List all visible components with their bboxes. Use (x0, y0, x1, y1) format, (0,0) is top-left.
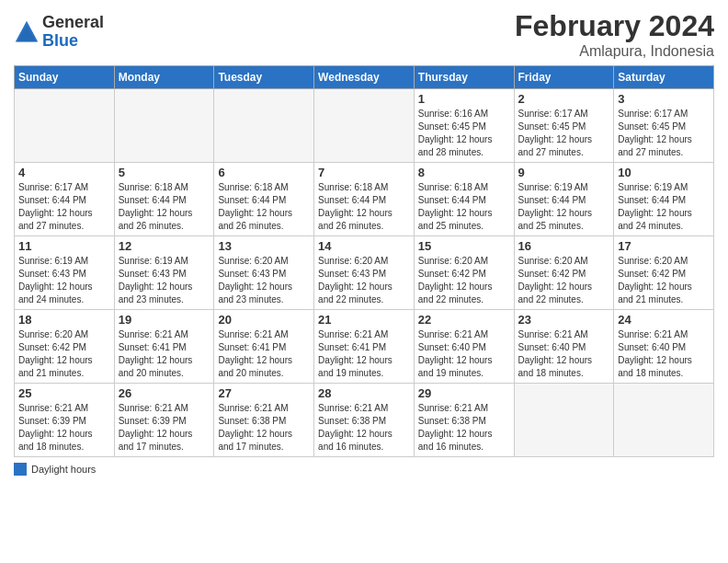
day-number: 13 (218, 239, 310, 253)
col-header-thursday: Thursday (414, 66, 514, 89)
logo: General Blue (14, 14, 104, 51)
calendar-cell: 6Sunrise: 6:18 AM Sunset: 6:44 PM Daylig… (214, 163, 314, 236)
day-number: 18 (18, 313, 110, 327)
calendar-cell (514, 384, 614, 457)
day-number: 6 (218, 166, 310, 179)
day-number: 28 (318, 386, 410, 400)
day-info: Sunrise: 6:21 AM Sunset: 6:38 PM Dayligh… (418, 402, 510, 454)
day-number: 4 (18, 166, 110, 179)
col-header-saturday: Saturday (614, 66, 714, 89)
day-number: 29 (418, 386, 510, 400)
day-number: 17 (618, 239, 710, 253)
logo-icon (14, 19, 40, 45)
calendar-cell: 18Sunrise: 6:20 AM Sunset: 6:42 PM Dayli… (15, 310, 115, 384)
day-info: Sunrise: 6:17 AM Sunset: 6:45 PM Dayligh… (618, 108, 710, 159)
day-number: 21 (318, 313, 410, 327)
day-info: Sunrise: 6:17 AM Sunset: 6:45 PM Dayligh… (518, 108, 610, 159)
calendar-cell: 14Sunrise: 6:20 AM Sunset: 6:43 PM Dayli… (314, 236, 415, 310)
col-header-wednesday: Wednesday (314, 66, 415, 89)
calendar-cell: 13Sunrise: 6:20 AM Sunset: 6:43 PM Dayli… (214, 236, 314, 310)
day-info: Sunrise: 6:19 AM Sunset: 6:43 PM Dayligh… (18, 255, 110, 306)
day-number: 11 (18, 239, 110, 253)
day-number: 15 (418, 239, 510, 253)
calendar-cell: 16Sunrise: 6:20 AM Sunset: 6:42 PM Dayli… (514, 236, 614, 310)
week-row-1: 4Sunrise: 6:17 AM Sunset: 6:44 PM Daylig… (15, 163, 714, 236)
day-number: 25 (18, 386, 110, 400)
calendar-table: SundayMondayTuesdayWednesdayThursdayFrid… (14, 65, 714, 457)
month-title: February 2024 (515, 9, 714, 43)
day-number: 2 (518, 92, 610, 106)
calendar-cell: 25Sunrise: 6:21 AM Sunset: 6:39 PM Dayli… (15, 384, 115, 457)
day-number: 24 (618, 313, 710, 327)
day-number: 16 (518, 239, 610, 253)
day-number: 12 (119, 239, 210, 253)
day-number: 7 (318, 166, 410, 179)
week-row-2: 11Sunrise: 6:19 AM Sunset: 6:43 PM Dayli… (15, 236, 714, 310)
day-number: 14 (318, 239, 410, 253)
day-info: Sunrise: 6:18 AM Sunset: 6:44 PM Dayligh… (418, 181, 510, 233)
day-info: Sunrise: 6:21 AM Sunset: 6:40 PM Dayligh… (618, 328, 710, 380)
day-number: 8 (418, 166, 510, 179)
day-info: Sunrise: 6:21 AM Sunset: 6:38 PM Dayligh… (318, 402, 410, 454)
day-number: 9 (518, 166, 610, 179)
calendar-cell: 10Sunrise: 6:19 AM Sunset: 6:44 PM Dayli… (614, 163, 714, 236)
calendar-cell: 12Sunrise: 6:19 AM Sunset: 6:43 PM Dayli… (114, 236, 214, 310)
day-info: Sunrise: 6:19 AM Sunset: 6:43 PM Dayligh… (119, 255, 210, 306)
calendar-cell: 24Sunrise: 6:21 AM Sunset: 6:40 PM Dayli… (614, 310, 714, 384)
calendar-cell: 11Sunrise: 6:19 AM Sunset: 6:43 PM Dayli… (15, 236, 115, 310)
calendar-cell (15, 89, 115, 163)
col-header-sunday: Sunday (15, 66, 115, 89)
week-row-3: 18Sunrise: 6:20 AM Sunset: 6:42 PM Dayli… (15, 310, 714, 384)
col-header-tuesday: Tuesday (214, 66, 314, 89)
day-info: Sunrise: 6:20 AM Sunset: 6:42 PM Dayligh… (18, 328, 110, 380)
location: Amlapura, Indonesia (515, 43, 714, 60)
day-info: Sunrise: 6:21 AM Sunset: 6:40 PM Dayligh… (418, 328, 510, 380)
calendar-cell: 3Sunrise: 6:17 AM Sunset: 6:45 PM Daylig… (614, 89, 714, 163)
day-info: Sunrise: 6:19 AM Sunset: 6:44 PM Dayligh… (518, 181, 610, 233)
calendar-cell (314, 89, 415, 163)
calendar-cell: 26Sunrise: 6:21 AM Sunset: 6:39 PM Dayli… (114, 384, 214, 457)
day-info: Sunrise: 6:21 AM Sunset: 6:39 PM Dayligh… (18, 402, 110, 454)
logo-general: General (42, 14, 104, 32)
calendar-cell (114, 89, 214, 163)
col-header-monday: Monday (114, 66, 214, 89)
calendar-cell: 20Sunrise: 6:21 AM Sunset: 6:41 PM Dayli… (214, 310, 314, 384)
calendar-cell: 9Sunrise: 6:19 AM Sunset: 6:44 PM Daylig… (514, 163, 614, 236)
week-row-4: 25Sunrise: 6:21 AM Sunset: 6:39 PM Dayli… (15, 384, 714, 457)
day-info: Sunrise: 6:21 AM Sunset: 6:38 PM Dayligh… (218, 402, 310, 454)
day-info: Sunrise: 6:18 AM Sunset: 6:44 PM Dayligh… (218, 181, 310, 233)
calendar-cell: 21Sunrise: 6:21 AM Sunset: 6:41 PM Dayli… (314, 310, 415, 384)
calendar-cell: 15Sunrise: 6:20 AM Sunset: 6:42 PM Dayli… (414, 236, 514, 310)
calendar-cell: 23Sunrise: 6:21 AM Sunset: 6:40 PM Dayli… (514, 310, 614, 384)
day-info: Sunrise: 6:20 AM Sunset: 6:43 PM Dayligh… (318, 255, 410, 306)
day-number: 20 (218, 313, 310, 327)
day-info: Sunrise: 6:18 AM Sunset: 6:44 PM Dayligh… (119, 181, 210, 233)
calendar-cell: 2Sunrise: 6:17 AM Sunset: 6:45 PM Daylig… (514, 89, 614, 163)
calendar-cell: 27Sunrise: 6:21 AM Sunset: 6:38 PM Dayli… (214, 384, 314, 457)
day-number: 22 (418, 313, 510, 327)
day-info: Sunrise: 6:20 AM Sunset: 6:42 PM Dayligh… (518, 255, 610, 306)
legend-box (14, 463, 27, 476)
calendar-cell (214, 89, 314, 163)
calendar-cell: 17Sunrise: 6:20 AM Sunset: 6:42 PM Dayli… (614, 236, 714, 310)
day-info: Sunrise: 6:19 AM Sunset: 6:44 PM Dayligh… (618, 181, 710, 233)
day-info: Sunrise: 6:17 AM Sunset: 6:44 PM Dayligh… (18, 181, 110, 233)
calendar-cell: 22Sunrise: 6:21 AM Sunset: 6:40 PM Dayli… (414, 310, 514, 384)
day-info: Sunrise: 6:21 AM Sunset: 6:40 PM Dayligh… (518, 328, 610, 380)
calendar-cell: 1Sunrise: 6:16 AM Sunset: 6:45 PM Daylig… (414, 89, 514, 163)
legend: Daylight hours (14, 463, 714, 476)
day-number: 19 (119, 313, 210, 327)
calendar-cell: 19Sunrise: 6:21 AM Sunset: 6:41 PM Dayli… (114, 310, 214, 384)
day-info: Sunrise: 6:20 AM Sunset: 6:42 PM Dayligh… (618, 255, 710, 306)
day-number: 23 (518, 313, 610, 327)
day-number: 1 (418, 92, 510, 106)
day-info: Sunrise: 6:20 AM Sunset: 6:43 PM Dayligh… (218, 255, 310, 306)
day-info: Sunrise: 6:16 AM Sunset: 6:45 PM Dayligh… (418, 108, 510, 159)
calendar-cell: 28Sunrise: 6:21 AM Sunset: 6:38 PM Dayli… (314, 384, 415, 457)
calendar-cell: 7Sunrise: 6:18 AM Sunset: 6:44 PM Daylig… (314, 163, 415, 236)
day-number: 5 (119, 166, 210, 179)
logo-text: General Blue (42, 14, 104, 51)
title-block: February 2024 Amlapura, Indonesia (515, 9, 714, 60)
day-number: 27 (218, 386, 310, 400)
main-container: General Blue February 2024 Amlapura, Ind… (0, 0, 728, 485)
